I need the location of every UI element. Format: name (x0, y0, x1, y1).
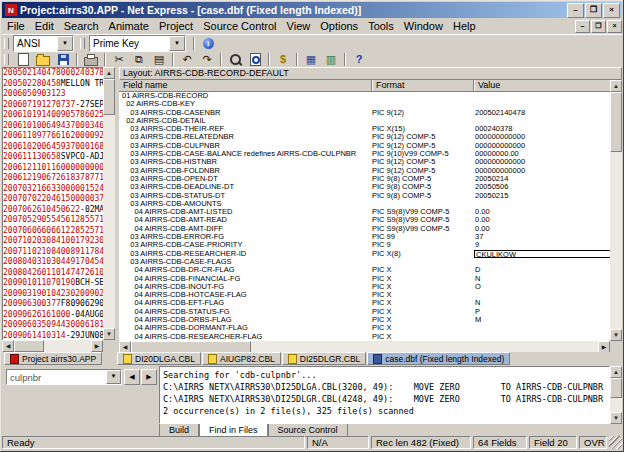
scroll-right-icon[interactable]: ▶ (91, 340, 103, 352)
column-header-value[interactable]: Value (474, 80, 610, 91)
doc-tab-aiugp82-cbl[interactable]: AIUGP82.CBL (202, 352, 281, 365)
prime-key-combo[interactable]: Prime Key ▼ (89, 35, 186, 52)
resize-grip[interactable] (609, 436, 622, 449)
record-row[interactable]: 200502140478000240378 (3, 68, 103, 79)
record-row[interactable]: 200612110116000000000 (3, 163, 103, 174)
scroll-up-icon[interactable]: ▲ (610, 80, 622, 92)
scrollbar-thumb[interactable] (14, 340, 44, 352)
output-log[interactable]: Searching for 'cdb-culpnbr'...C:\AIRRS N… (159, 366, 610, 424)
record-row[interactable]: 200607191270737-27SEPC (3, 100, 103, 111)
chevron-down-icon[interactable]: ▼ (169, 36, 185, 51)
field-row[interactable]: 03 AIRRS-CDB-HISTNBRPIC 9(12) COMP-50000… (119, 158, 610, 166)
field-row[interactable]: 03 AIRRS-CDB-CASE-BALANCE redefines AIRR… (119, 150, 610, 158)
mdi-restore-button[interactable]: ❐ (591, 20, 606, 33)
field-row[interactable]: 04 AIRRS-CDB-AMT-DIFFPIC S9(8)V99 COMP-5… (119, 225, 610, 233)
field-row[interactable]: 03 AIRRS-CDB-CULPNBRPIC 9(12) COMP-50000… (119, 142, 610, 150)
field-row[interactable]: 04 AIRRS-CDB-AMT-READPIC S9(8)V99 COMP-5… (119, 216, 610, 224)
record-row[interactable]: 200611097766162000092 (3, 131, 103, 142)
record-row[interactable]: 200706066066122852571 (3, 226, 103, 237)
field-row[interactable]: 04 AIRRS-CDB-HOTCASE-FLAGPIC X (119, 291, 610, 299)
paste-button[interactable]: ▤ (149, 52, 169, 67)
field-row[interactable]: 03 AIRRS-CDB-STATUS-DTPIC 9(8) COMP-5200… (119, 192, 610, 200)
scroll-up-icon[interactable]: ▲ (103, 67, 115, 79)
scroll-down-icon[interactable]: ▼ (610, 412, 622, 424)
save-button[interactable] (53, 52, 73, 67)
scrollbar-thumb[interactable] (610, 92, 622, 152)
field-row[interactable]: 03 AIRRS-CDB-CASENBRPIC 9(12)20050214047… (119, 109, 610, 117)
menu-item-source-control[interactable]: Source Control (198, 19, 281, 33)
record-row[interactable]: 200610100649437000346 (3, 121, 103, 132)
menu-item-view[interactable]: View (282, 19, 316, 33)
record-row[interactable]: 200707022046150000037 (3, 194, 103, 205)
menu-item-window[interactable]: Window (399, 19, 448, 33)
field-row[interactable]: 04 AIRRS-CDB-STATUS-FGPIC XP (119, 308, 610, 316)
help-pointer-button[interactable]: ? (349, 52, 369, 67)
find-in-files-button[interactable] (245, 52, 265, 67)
record-row[interactable]: 200710203084100179230 (3, 236, 103, 247)
record-row[interactable]: 200804260110147472610 (3, 268, 103, 279)
menu-item-animate[interactable]: Animate (104, 19, 154, 33)
doc-tab-di20dlga-cbl[interactable]: DI20DLGA.CBL (117, 352, 201, 365)
record-row[interactable]: 200703216633000001524 (3, 184, 103, 195)
record-row[interactable]: 2009061410314-29JUN08 (3, 331, 103, 341)
field-row[interactable]: 02 AIRRS-CDB-KEY (119, 100, 610, 108)
chevron-down-icon[interactable]: ▼ (106, 370, 121, 384)
copy-button[interactable]: ⧉ (129, 52, 149, 67)
record-row[interactable]: 200612190672618378771 (3, 173, 103, 184)
menu-item-file[interactable]: File (2, 19, 30, 33)
field-value-editor[interactable]: CKULIKOW (474, 250, 610, 258)
cut-button[interactable]: ✂ (109, 52, 129, 67)
field-row[interactable]: 03 AIRRS-CDB-FOLDNBRPIC 9(12) COMP-50000… (119, 167, 610, 175)
field-row[interactable]: 01 AIRRS-CDB-RECORD (119, 92, 610, 100)
scroll-down-icon[interactable]: ▼ (610, 329, 622, 341)
field-row[interactable]: 04 AIRRS-CDB-DORMANT-FLAGPIC X (119, 324, 610, 332)
toolbar-grip[interactable] (80, 38, 85, 49)
chevron-down-icon[interactable]: ▼ (57, 36, 73, 51)
record-row[interactable]: 200711021084008911784 (3, 247, 103, 258)
record-row[interactable]: 200901011070190BCH-SETTL (3, 278, 103, 289)
record-row[interactable]: 200610200645937000168 (3, 142, 103, 153)
field-row[interactable]: 03 AIRRS-CDB-RELATEDNBRPIC 9(12) COMP-50… (119, 133, 610, 141)
field-row[interactable]: 04 AIRRS-CDB-FINANCIAL-FGPIC XN (119, 275, 610, 283)
field-row[interactable]: 04 AIRRS-CDB-EFT-FLAGPIC XN (119, 299, 610, 307)
records-horizontal-scrollbar[interactable]: ◀ ▶ (2, 340, 103, 352)
record-row[interactable]: 200903190104230200902 (3, 289, 103, 300)
field-row[interactable]: 03 AIRRS-CDB-DEADLINE-DTPIC 9(8) COMP-52… (119, 183, 610, 191)
field-row[interactable]: 04 AIRRS-CDB-ORBS-FLAGPIC XM (119, 316, 610, 324)
redo-button[interactable]: ↷ (197, 52, 217, 67)
field-row[interactable]: 02 AIRRS-CDB-DETAIL (119, 117, 610, 125)
output-vertical-scrollbar[interactable]: ▲ ▼ (610, 366, 622, 424)
scroll-left-icon[interactable]: ◀ (2, 340, 14, 352)
undo-button[interactable]: ↶ (177, 52, 197, 67)
column-header-field-name[interactable]: Field name (119, 80, 372, 91)
minimize-button[interactable]: – (567, 3, 584, 18)
field-row[interactable]: 04 AIRRS-CDB-DR-CR-FLAGPIC XD (119, 266, 610, 274)
field-row[interactable]: 04 AIRRS-CDB-RESEARCHER-FLAGPIC X (119, 333, 610, 341)
menu-item-options[interactable]: Options (315, 19, 363, 33)
new-file-button[interactable] (13, 52, 33, 67)
grid-blue-button[interactable]: ▦ (301, 52, 321, 67)
menu-item-project[interactable]: Project (154, 19, 198, 33)
records-vertical-scrollbar[interactable]: ▲ ▼ (103, 67, 115, 340)
project-tab[interactable]: Project airrs30.APP (4, 352, 102, 365)
field-row[interactable]: 03 AIRRS-CDB-CASE-PRIORITYPIC 99 (119, 241, 610, 249)
toolbar-grip[interactable] (4, 54, 9, 65)
menu-item-edit[interactable]: Edit (30, 19, 59, 33)
field-row[interactable]: 03 AIRRS-CDB-AMOUNTS (119, 200, 610, 208)
info-button[interactable]: i (200, 36, 216, 51)
find-button[interactable] (225, 52, 245, 67)
record-row[interactable]: 200610191400905786025 (3, 110, 103, 121)
field-row[interactable]: 03 AIRRS-CDB-THEIR-REFPIC X(15)000240378 (119, 125, 610, 133)
column-header-format[interactable]: Format (372, 80, 474, 91)
record-row[interactable]: 2007062610450622-02MAY (3, 205, 103, 216)
doc-tab-di25dlgr-cbl[interactable]: DI25DLGR.CBL (282, 352, 366, 365)
record-row[interactable]: 200705290554561285571 (3, 215, 103, 226)
close-button[interactable]: × (603, 3, 620, 18)
menu-item-help[interactable]: Help (448, 19, 481, 33)
doc-tab-case-dbf-fixed-length-indexed[interactable]: case.dbf (Fixed length Indexed) (367, 352, 510, 365)
next-occurrence-button[interactable]: ▶ (141, 369, 157, 385)
mdi-close-button[interactable]: × (607, 20, 622, 33)
field-row[interactable]: 03 AIRRS-CDB-RESEARCHER-IDPIC X(8)CKULIK… (119, 250, 610, 258)
record-row[interactable]: 200502280458MELLON TRU (3, 79, 103, 90)
record-row[interactable]: 200906035094430006181 (3, 320, 103, 331)
